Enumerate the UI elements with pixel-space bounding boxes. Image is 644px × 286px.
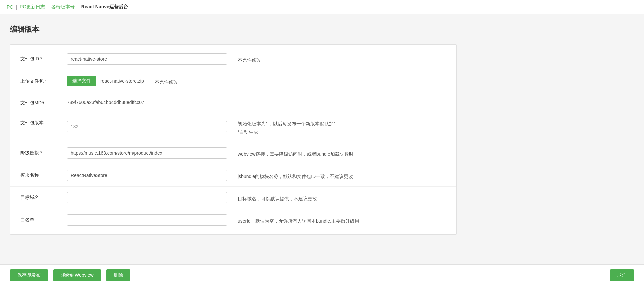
hint-domain: 目标域名，可以默认提供，不建议更改: [238, 193, 317, 202]
label-whitelist: 白名单: [20, 214, 67, 223]
hint-bundle-id: 不允许修改: [238, 54, 261, 64]
form-row-upload: 上传文件包 * 选择文件 react-native-store.zip 不允许修…: [10, 70, 456, 92]
label-downgrade-url: 降级链接 *: [20, 147, 67, 156]
hint-version: 初始化版本为1，以后每发布一个新版本默认加1 *自动生成: [238, 117, 336, 136]
label-domain: 目标域名: [20, 192, 67, 201]
label-module-name: 模块名称: [20, 170, 67, 179]
md5-value-display: 789f7600a23fab64bb4ddb38edffcc07: [67, 97, 144, 105]
nav-item-rn-admin: React Native运营后台: [81, 4, 128, 10]
label-version: 文件包版本: [20, 117, 67, 126]
save-publish-button[interactable]: 保存即发布: [10, 269, 48, 281]
form-row-downgrade-url: 降级链接 * webview链接，需要降级访问时，或者bundle加载失败时: [10, 142, 456, 164]
hint-whitelist: userId，默认为空，允许所有人访问本bundle.主要做升级用: [238, 215, 359, 225]
input-downgrade-url[interactable]: [67, 147, 227, 159]
control-md5: 789f7600a23fab64bb4ddb38edffcc07: [67, 97, 446, 105]
page-title: 编辑版本: [10, 24, 457, 34]
nav-separator-1: |: [16, 4, 17, 10]
control-downgrade-url: webview链接，需要降级访问时，或者bundle加载失败时: [67, 147, 446, 159]
form-row-whitelist: 白名单 userId，默认为空，允许所有人访问本bundle.主要做升级用: [10, 209, 456, 231]
input-version[interactable]: [67, 121, 227, 132]
edit-form: 文件包ID * 不允许修改 上传文件包 * 选择文件 react-native-…: [10, 44, 457, 235]
nav-separator-3: |: [77, 4, 79, 10]
label-upload: 上传文件包 *: [20, 76, 67, 85]
downgrade-webview-button[interactable]: 降级到Webview: [53, 269, 101, 281]
nav-separator-2: |: [48, 4, 49, 10]
control-upload: 选择文件 react-native-store.zip 不允许修改: [67, 76, 446, 86]
control-domain: 目标域名，可以默认提供，不建议更改: [67, 192, 446, 203]
nav-item-pc[interactable]: PC: [7, 4, 13, 10]
cancel-button[interactable]: 取消: [610, 269, 634, 281]
nav-item-versions[interactable]: 各端版本号: [51, 4, 75, 10]
upload-area: 选择文件 react-native-store.zip: [67, 76, 144, 86]
control-bundle-id: 不允许修改: [67, 53, 446, 65]
main-content: 编辑版本 文件包ID * 不允许修改 上传文件包 * 选择文件 react-na…: [0, 14, 467, 281]
hint-upload: 不允许修改: [155, 76, 178, 86]
file-name-display: react-native-store.zip: [100, 78, 144, 84]
nav-item-changelog[interactable]: PC更新日志: [20, 4, 45, 10]
control-module-name: jsbundle的模块名称，默认和文件包ID一致，不建议更改: [67, 170, 446, 181]
control-whitelist: userId，默认为空，允许所有人访问本bundle.主要做升级用: [67, 214, 446, 226]
form-row-module-name: 模块名称 jsbundle的模块名称，默认和文件包ID一致，不建议更改: [10, 164, 456, 187]
form-row-version: 文件包版本 初始化版本为1，以后每发布一个新版本默认加1 *自动生成: [10, 112, 456, 142]
input-bundle-id[interactable]: [67, 53, 227, 65]
delete-button[interactable]: 删除: [106, 269, 130, 281]
hint-module-name: jsbundle的模块名称，默认和文件包ID一致，不建议更改: [238, 170, 353, 180]
input-module-name[interactable]: [67, 170, 227, 181]
form-row-bundle-id: 文件包ID * 不允许修改: [10, 48, 456, 70]
form-row-domain: 目标域名 目标域名，可以默认提供，不建议更改: [10, 187, 456, 209]
footer-actions: 保存即发布 降级到Webview 删除 取消: [0, 264, 644, 286]
label-md5: 文件包MD5: [20, 97, 67, 106]
label-bundle-id: 文件包ID *: [20, 53, 67, 62]
hint-downgrade-url: webview链接，需要降级访问时，或者bundle加载失败时: [238, 148, 354, 158]
input-domain[interactable]: [67, 192, 227, 203]
input-whitelist[interactable]: [67, 214, 227, 226]
top-nav: PC | PC更新日志 | 各端版本号 | React Native运营后台: [0, 0, 644, 14]
choose-file-button[interactable]: 选择文件: [67, 76, 96, 86]
control-version: 初始化版本为1，以后每发布一个新版本默认加1 *自动生成: [67, 117, 446, 136]
form-row-md5: 文件包MD5 789f7600a23fab64bb4ddb38edffcc07: [10, 92, 456, 112]
